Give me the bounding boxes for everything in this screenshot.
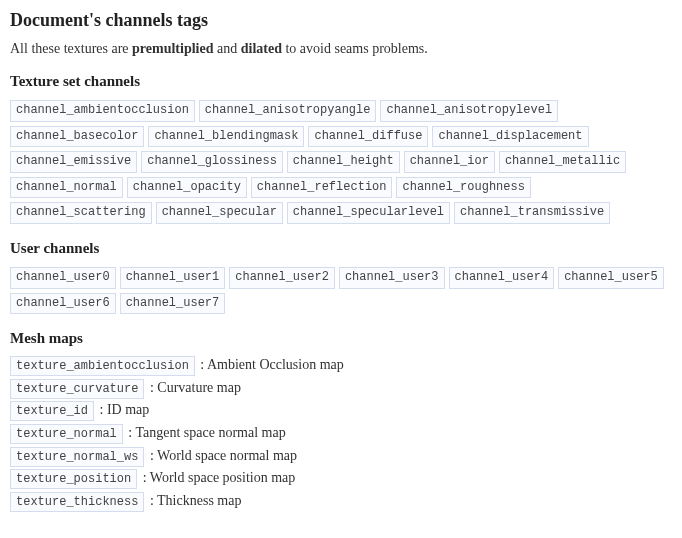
channel-tag: channel_basecolor [10, 126, 144, 148]
channel-tag: channel_user1 [120, 267, 226, 289]
channel-tag: channel_roughness [396, 177, 530, 199]
channel-tag: channel_scattering [10, 202, 152, 224]
mesh-map-row: texture_normal : Tangent space normal ma… [10, 425, 672, 443]
mesh-map-row: texture_curvature : Curvature map [10, 380, 672, 398]
channel-tag: channel_height [287, 151, 400, 173]
mesh-map-desc: : Ambient Occlusion map [197, 357, 344, 372]
channel-tag: channel_anisotropylevel [380, 100, 558, 122]
mesh-map-tag: texture_id [10, 401, 94, 421]
channel-tag: channel_user5 [558, 267, 664, 289]
channel-tag: channel_user7 [120, 293, 226, 315]
mesh-map-row: texture_ambientocclusion : Ambient Occlu… [10, 357, 672, 375]
channel-tag: channel_reflection [251, 177, 393, 199]
user-channel-tag-group: channel_user0channel_user1channel_user2c… [10, 267, 672, 314]
heading-texture-set-channels: Texture set channels [10, 73, 672, 90]
channel-tag: channel_user0 [10, 267, 116, 289]
channel-tag: channel_specular [156, 202, 283, 224]
page-title: Document's channels tags [10, 10, 672, 31]
mesh-map-row: texture_normal_ws : World space normal m… [10, 448, 672, 466]
intro-paragraph: All these textures are premultiplied and… [10, 41, 672, 57]
intro-text: and [213, 41, 240, 56]
channel-tag: channel_user3 [339, 267, 445, 289]
mesh-map-desc: : Tangent space normal map [125, 425, 286, 440]
channel-tag: channel_specularlevel [287, 202, 450, 224]
channel-tag: channel_diffuse [308, 126, 428, 148]
channel-tag: channel_user2 [229, 267, 335, 289]
mesh-map-desc: : Thickness map [146, 493, 241, 508]
intro-bold-dilated: dilated [241, 41, 282, 56]
channel-tag: channel_ambientocclusion [10, 100, 195, 122]
mesh-map-row: texture_position : World space position … [10, 470, 672, 488]
channel-tag: channel_glossiness [141, 151, 283, 173]
mesh-map-tag: texture_thickness [10, 492, 144, 512]
mesh-map-tag: texture_position [10, 469, 137, 489]
mesh-map-desc: : World space normal map [146, 448, 297, 463]
channel-tag: channel_ior [404, 151, 495, 173]
intro-text: to avoid seams problems. [282, 41, 428, 56]
mesh-map-desc: : ID map [96, 402, 149, 417]
channel-tag: channel_blendingmask [148, 126, 304, 148]
channel-tag: channel_opacity [127, 177, 247, 199]
mesh-map-tag: texture_normal [10, 424, 123, 444]
channel-tag: channel_metallic [499, 151, 626, 173]
intro-bold-premultiplied: premultiplied [132, 41, 213, 56]
channel-tag: channel_emissive [10, 151, 137, 173]
channel-tag: channel_normal [10, 177, 123, 199]
mesh-map-tag: texture_ambientocclusion [10, 356, 195, 376]
channel-tag: channel_user4 [449, 267, 555, 289]
mesh-map-desc: : Curvature map [146, 380, 240, 395]
mesh-map-row: texture_id : ID map [10, 402, 672, 420]
intro-text: All these textures are [10, 41, 132, 56]
mesh-map-tag: texture_curvature [10, 379, 144, 399]
channel-tag: channel_anisotropyangle [199, 100, 377, 122]
mesh-maps-list: texture_ambientocclusion : Ambient Occlu… [10, 357, 672, 510]
heading-mesh-maps: Mesh maps [10, 330, 672, 347]
channel-tag: channel_displacement [432, 126, 588, 148]
texture-set-tag-group: channel_ambientocclusionchannel_anisotro… [10, 100, 672, 224]
channel-tag: channel_user6 [10, 293, 116, 315]
mesh-map-desc: : World space position map [139, 470, 295, 485]
channel-tag: channel_transmissive [454, 202, 610, 224]
mesh-map-tag: texture_normal_ws [10, 447, 144, 467]
mesh-map-row: texture_thickness : Thickness map [10, 493, 672, 511]
heading-user-channels: User channels [10, 240, 672, 257]
